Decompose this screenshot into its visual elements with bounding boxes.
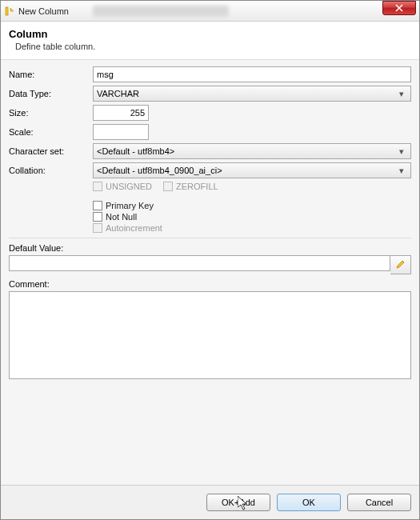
charset-value: <Default - utf8mb4> [97,146,174,156]
datatype-value: VARCHAR [97,89,139,98]
column-icon [4,6,15,17]
form-body: Name: Data Type: VARCHAR ▾ Size: Scale: [1,60,419,485]
size-label: Size: [9,108,93,118]
primary-key-checkbox[interactable]: Primary Key [93,201,154,210]
name-input[interactable] [93,66,411,82]
cancel-button[interactable]: Cancel [347,494,411,511]
close-button[interactable] [382,1,416,15]
collation-label: Collation: [9,166,93,175]
not-null-checkbox[interactable]: Not Null [93,212,137,222]
chevron-down-icon: ▾ [396,89,407,99]
collation-value: <Default - utf8mb4_0900_ai_ci> [97,166,222,175]
collation-combo[interactable]: <Default - utf8mb4_0900_ai_ci> ▾ [93,162,411,178]
name-label: Name: [9,70,93,79]
default-value-label: Default Value: [9,243,411,253]
default-value-input[interactable] [9,255,390,271]
dialog-footer: OK+Add OK Cancel [1,485,419,519]
edit-default-button[interactable] [390,255,411,274]
zerofill-checkbox: ZEROFILL [163,182,218,191]
svg-rect-0 [6,7,8,15]
datatype-label: Data Type: [9,89,93,98]
ok-button[interactable]: OK [277,494,341,511]
notnull-label: Not Null [106,212,137,222]
dialog-header: Column Define table column. [1,22,419,60]
separator [9,238,411,238]
new-column-dialog: New Column Column Define table column. N… [0,0,420,520]
titlebar: New Column [1,1,419,22]
comment-label: Comment: [9,279,411,289]
charset-combo[interactable]: <Default - utf8mb4> ▾ [93,143,411,159]
scale-label: Scale: [9,127,93,137]
dialog-content: Column Define table column. Name: Data T… [1,22,419,519]
datatype-combo[interactable]: VARCHAR ▾ [93,86,411,102]
size-input[interactable] [93,105,149,121]
chevron-down-icon: ▾ [396,166,407,176]
charset-label: Character set: [9,146,93,156]
header-subtitle: Define table column. [15,42,411,51]
window-title: New Column [18,6,69,16]
pk-label: Primary Key [106,201,154,210]
pencil-icon [396,259,406,270]
autoinc-label: Autoincrement [106,223,162,233]
header-title: Column [9,28,411,40]
chevron-down-icon: ▾ [396,146,407,157]
comment-textarea[interactable] [9,291,411,379]
titlebar-blur-text [93,6,229,17]
unsigned-label: UNSIGNED [106,182,152,191]
scale-input[interactable] [93,124,149,140]
zerofill-label: ZEROFILL [176,182,218,191]
unsigned-checkbox: UNSIGNED [93,182,152,191]
autoincrement-checkbox: Autoincrement [93,223,162,233]
ok-add-button[interactable]: OK+Add [206,494,270,511]
